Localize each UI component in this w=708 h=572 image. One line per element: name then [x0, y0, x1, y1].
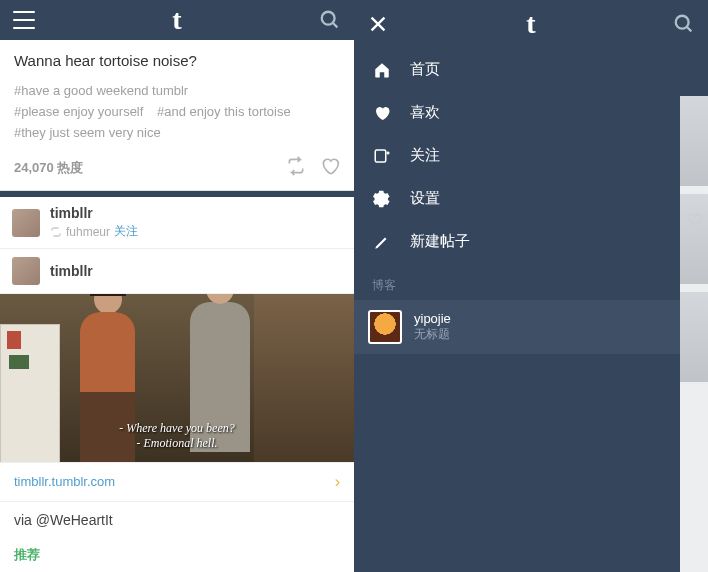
- sidebar-item-likes[interactable]: 喜欢 0: [354, 91, 708, 134]
- notes-row: 24,070 热度: [14, 156, 340, 180]
- background-feed-peek: ♡: [680, 96, 708, 572]
- notes-count[interactable]: 24,070 热度: [14, 159, 286, 177]
- via-text: via @WeHeartIt: [0, 502, 354, 538]
- post-tags: #have a good weekend tumblr #please enjo…: [14, 81, 340, 143]
- blog-name: yipojie: [414, 311, 451, 326]
- tumblr-logo: t: [526, 8, 535, 40]
- home-icon: [372, 61, 392, 79]
- svg-line-1: [333, 23, 338, 28]
- blog-subtitle: 无标题: [414, 326, 451, 343]
- tag[interactable]: #please enjoy yourself: [14, 104, 143, 119]
- tag[interactable]: #and enjoy this tortoise: [157, 104, 291, 119]
- heart-icon: [372, 104, 392, 122]
- source-row[interactable]: timbllr.tumblr.com ›: [0, 462, 354, 502]
- blogger-name: timbllr: [50, 263, 93, 279]
- sidebar-item-new-post[interactable]: 新建帖子: [354, 220, 708, 263]
- blogger-name: timbllr: [50, 205, 138, 221]
- sidebar-item-label: 首页: [410, 60, 440, 79]
- svg-line-5: [687, 27, 692, 32]
- gear-icon: [372, 190, 392, 208]
- reblog-via: fuhmeur: [66, 225, 110, 239]
- sidebar-item-home[interactable]: 首页: [354, 48, 708, 91]
- post-actions: [286, 156, 340, 180]
- blog-avatar: [368, 310, 402, 344]
- svg-rect-6: [375, 150, 386, 162]
- pencil-icon: [372, 233, 392, 251]
- sidebar-item-label: 设置: [410, 189, 440, 208]
- post-title: Wanna hear tortoise noise?: [14, 52, 340, 69]
- svg-point-4: [676, 16, 689, 29]
- sidebar-item-label: 关注: [410, 146, 440, 165]
- tag[interactable]: #have a good weekend tumblr: [14, 83, 188, 98]
- tag[interactable]: #they just seem very nice: [14, 125, 161, 140]
- blog-item[interactable]: yipojie 无标题: [354, 300, 708, 354]
- sidebar-item-following[interactable]: 关注 2: [354, 134, 708, 177]
- topbar-left: t: [0, 0, 354, 40]
- chevron-right-icon: ›: [335, 473, 340, 491]
- source-link[interactable]: timbllr.tumblr.com: [14, 474, 115, 489]
- reblog-icon[interactable]: [286, 156, 306, 180]
- post-card: Wanna hear tortoise noise? #have a good …: [0, 40, 354, 190]
- post-author-row[interactable]: timbllr: [0, 249, 354, 294]
- avatar[interactable]: [12, 257, 40, 285]
- avatar[interactable]: [12, 209, 40, 237]
- feed-gap: [0, 191, 354, 198]
- search-icon[interactable]: [670, 10, 698, 38]
- image-subtitle: - Where have you been? - Emotional hell.: [0, 421, 354, 452]
- close-icon[interactable]: [364, 10, 392, 38]
- menu-icon[interactable]: [10, 6, 38, 34]
- follow-link[interactable]: 关注: [114, 223, 138, 240]
- search-icon[interactable]: [316, 6, 344, 34]
- recommend-label[interactable]: 推荐: [0, 538, 354, 572]
- sidebar-item-label: 新建帖子: [410, 232, 470, 251]
- like-icon[interactable]: [320, 156, 340, 180]
- reblog-header[interactable]: timbllr fuhmeur 关注: [0, 197, 354, 249]
- blogs-section-label: 博客: [354, 263, 708, 300]
- heart-icon: ♡: [688, 211, 702, 230]
- reblog-source: fuhmeur 关注: [50, 223, 138, 240]
- right-screen: t 首页 喜欢 0 关注 2 设置 › 新建帖子 博客: [354, 0, 708, 572]
- svg-point-0: [322, 12, 335, 25]
- post-image[interactable]: - Where have you been? - Emotional hell.: [0, 294, 354, 462]
- follow-icon: [372, 147, 392, 165]
- tumblr-logo: t: [172, 4, 181, 36]
- left-screen: t Wanna hear tortoise noise? #have a goo…: [0, 0, 354, 572]
- sidebar-item-settings[interactable]: 设置 ›: [354, 177, 708, 220]
- nav-drawer: 首页 喜欢 0 关注 2 设置 › 新建帖子 博客 yipojie 无标题: [354, 48, 708, 572]
- sidebar-item-label: 喜欢: [410, 103, 440, 122]
- topbar-right: t: [354, 0, 708, 48]
